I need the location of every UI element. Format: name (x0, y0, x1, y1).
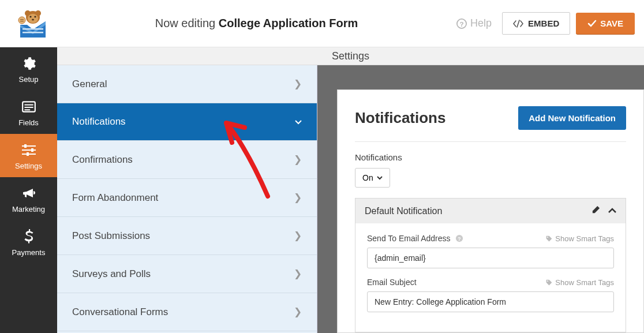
editor-title: Notifications (355, 109, 445, 127)
svg-point-6 (32, 18, 34, 20)
svg-rect-18 (22, 145, 36, 147)
svg-rect-19 (22, 149, 36, 151)
send-to-email-input[interactable] (367, 248, 614, 268)
sidenav-item-payments[interactable]: Payments (0, 220, 57, 264)
svg-rect-16 (24, 107, 33, 108)
form-name: College Application Form (219, 17, 358, 29)
chevron-right-icon: ❯ (294, 154, 302, 166)
sidenav: Setup Fields Settings Marketing Payments (0, 47, 57, 333)
check-icon (587, 20, 597, 28)
svg-point-4 (29, 16, 31, 17)
show-smart-tags-link[interactable]: Show Smart Tags (545, 278, 614, 287)
sidenav-item-fields[interactable]: Fields (0, 91, 57, 134)
save-button[interactable]: SAVE (576, 13, 635, 34)
svg-text:?: ? (459, 20, 463, 27)
app-logo[interactable] (9, 9, 57, 39)
svg-rect-8 (23, 32, 43, 33)
settings-submenu: General ❯ Notifications Confirmations ❯ … (57, 65, 317, 333)
settings-item-confirmations[interactable]: Confirmations ❯ (57, 141, 317, 179)
svg-rect-7 (23, 28, 43, 30)
editing-prefix: Now editing (155, 17, 216, 29)
notification-block-title: Default Notification (365, 206, 442, 216)
embed-icon (513, 20, 523, 28)
svg-rect-11 (20, 21, 24, 21)
chevron-down-icon (377, 176, 383, 180)
svg-rect-17 (24, 109, 30, 110)
svg-point-5 (34, 16, 36, 17)
tag-icon (545, 279, 553, 286)
settings-item-notifications[interactable]: Notifications (57, 103, 317, 141)
email-subject-label: Email Subject (367, 278, 417, 287)
sidenav-item-setup[interactable]: Setup (0, 47, 57, 91)
settings-item-conversational-forms[interactable]: Conversational Forms ❯ (57, 293, 317, 331)
bullhorn-icon (0, 185, 57, 201)
email-subject-input[interactable] (367, 291, 614, 312)
svg-point-26 (547, 237, 548, 238)
panel-title: Settings (57, 47, 644, 65)
settings-item-general[interactable]: General ❯ (57, 65, 317, 103)
chevron-down-icon (295, 116, 302, 128)
sidenav-item-marketing[interactable]: Marketing (0, 177, 57, 220)
notifications-toggle[interactable]: On (355, 168, 390, 188)
send-to-label: Send To Email Address (367, 234, 451, 243)
editing-label: Now editing College Application Form (57, 17, 456, 30)
gear-icon (0, 55, 57, 72)
tag-icon (545, 235, 553, 242)
sliders-icon (0, 142, 57, 158)
settings-item-surveys-polls[interactable]: Surveys and Polls ❯ (57, 255, 317, 293)
svg-rect-10 (20, 19, 24, 20)
notification-block: Default Notification Send To Email Addr (355, 198, 626, 332)
notifications-toggle-label: Notifications (355, 152, 626, 162)
chevron-right-icon: ❯ (294, 78, 302, 90)
svg-rect-15 (24, 104, 33, 106)
help-icon: ? (456, 18, 467, 29)
show-smart-tags-link[interactable]: Show Smart Tags (545, 234, 614, 243)
help-link[interactable]: ? Help (456, 17, 492, 29)
svg-rect-22 (31, 148, 33, 152)
settings-item-form-abandonment[interactable]: Form Abandonment ❯ (57, 179, 317, 217)
chevron-right-icon: ❯ (294, 306, 302, 318)
list-icon (0, 99, 57, 115)
collapse-icon[interactable] (608, 205, 616, 216)
chevron-right-icon: ❯ (294, 192, 302, 204)
help-icon[interactable]: ? (455, 234, 463, 242)
edit-icon[interactable] (591, 205, 600, 216)
svg-text:?: ? (458, 236, 460, 242)
dollar-icon (0, 229, 57, 245)
chevron-right-icon: ❯ (294, 230, 302, 242)
sidenav-item-settings[interactable]: Settings (0, 134, 57, 177)
svg-point-27 (547, 280, 548, 282)
chevron-right-icon: ❯ (294, 268, 302, 280)
svg-point-9 (18, 17, 25, 24)
embed-button[interactable]: EMBED (502, 12, 570, 35)
svg-rect-21 (24, 144, 27, 148)
svg-point-3 (28, 14, 38, 23)
settings-item-post-submissions[interactable]: Post Submissions ❯ (57, 217, 317, 255)
add-notification-button[interactable]: Add New Notification (518, 106, 626, 130)
svg-rect-23 (27, 152, 29, 156)
